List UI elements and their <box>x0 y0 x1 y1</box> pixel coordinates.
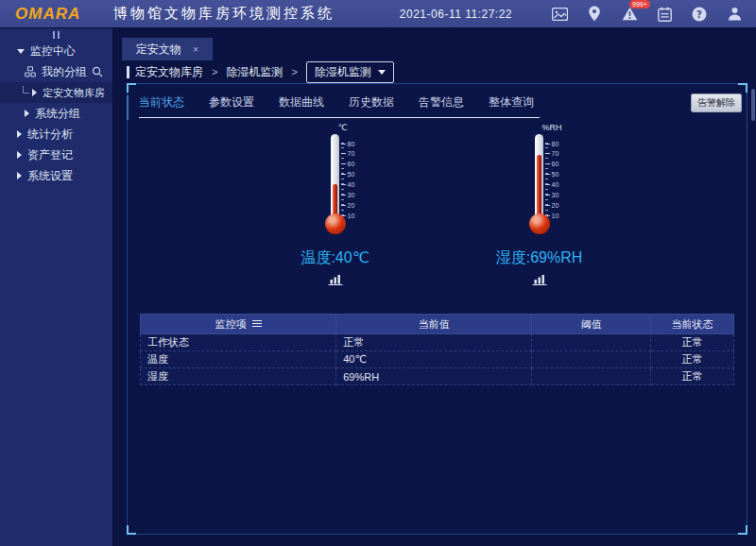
panel-corner <box>738 525 747 535</box>
scale-ticks: 8070605040302010 <box>341 134 369 221</box>
tick-label: 30 <box>341 191 355 198</box>
tick-label: 70 <box>545 150 559 158</box>
alarm-clear-button[interactable]: 告警解除 <box>691 94 742 112</box>
device-dropdown[interactable]: 除湿机监测 <box>306 61 394 83</box>
datetime-display: 2021-06-11 11:27:22 <box>400 8 512 21</box>
thermometer-tube <box>331 134 339 221</box>
panel-corner <box>738 83 747 93</box>
tab-dingan[interactable]: 定安文物 × <box>122 38 213 60</box>
cell-item: 湿度 <box>141 368 336 385</box>
tick-label: 20 <box>341 201 355 209</box>
mercury-fill <box>537 155 541 221</box>
tick-label: 30 <box>545 191 559 198</box>
tick-label: 50 <box>341 171 355 179</box>
chevron-down-icon <box>17 49 25 54</box>
cell-status: 正常 <box>651 334 734 351</box>
alarm-icon[interactable]: 999+ <box>621 6 638 23</box>
col-header-item: 监控项 <box>215 317 247 332</box>
sidebar-item-dingan-warehouse[interactable]: 定安文物库房 <box>0 82 112 103</box>
col-header-current-status: 当前状态 <box>651 315 734 334</box>
screenshot-icon[interactable] <box>551 6 568 23</box>
sidebar-item-system-groups[interactable]: 系统分组 <box>0 103 112 124</box>
cell-value: 69%RH <box>336 368 532 385</box>
tick-label: 60 <box>341 161 355 168</box>
thermometer-bulb <box>529 213 550 234</box>
humidity-reading: 湿度:69%RH <box>496 248 583 268</box>
sidebar-item-statistics[interactable]: 统计分析 <box>0 124 112 145</box>
column-menu-icon[interactable] <box>252 320 262 328</box>
breadcrumb-separator: > <box>212 66 217 77</box>
cell-threshold <box>532 351 651 368</box>
table-row: 温度 40℃ 正常 <box>141 351 734 368</box>
location-icon[interactable] <box>586 6 603 23</box>
sidebar-collapse-handle[interactable] <box>0 28 112 41</box>
cell-status: 正常 <box>651 368 734 385</box>
breadcrumb: 定安文物库房 > 除湿机监测 > 除湿机监测 <box>114 60 756 83</box>
sidebar-item-system-settings[interactable]: 系统设置 <box>0 165 112 186</box>
panel-edge-accent <box>127 95 129 120</box>
scrollbar-thumb[interactable] <box>751 89 755 121</box>
table-header-row: 监控项 当前值 阈值 当前状态 <box>141 315 734 334</box>
col-header-current-value: 当前值 <box>336 315 532 334</box>
temperature-reading: 温度:40℃ <box>301 248 369 268</box>
tree-line <box>23 86 29 94</box>
sidebar-item-asset-register[interactable]: 资产登记 <box>0 145 112 165</box>
cell-item: 工作状态 <box>141 334 336 351</box>
chevron-down-icon <box>378 70 386 75</box>
chevron-right-icon <box>17 172 22 179</box>
group-icon <box>25 66 36 77</box>
thermometer-humidity: %RH 8070605040302010 湿度:69%RH <box>459 134 620 285</box>
log-icon[interactable] <box>656 6 673 23</box>
breadcrumb-section[interactable]: 除湿机监测 <box>226 64 283 80</box>
chevron-right-icon <box>17 130 22 138</box>
scale-ticks: 8070605040302010 <box>545 134 574 221</box>
tab-history-data[interactable]: 历史数据 <box>349 94 394 111</box>
brand-logo: OMARA <box>0 5 106 24</box>
monitor-table: 监控项 当前值 阈值 当前状态 工作状态 正常 正常 温度 <box>140 314 734 385</box>
user-icon[interactable] <box>726 6 743 23</box>
tab-data-curve[interactable]: 数据曲线 <box>279 94 324 111</box>
tick-label: 80 <box>341 140 355 147</box>
tab-strip: 定安文物 × <box>114 28 756 60</box>
close-icon[interactable]: × <box>193 43 198 55</box>
sidebar-item-monitor-center[interactable]: 监控中心 <box>0 41 112 61</box>
breadcrumb-accent-bar <box>127 66 129 78</box>
tick-label: 50 <box>545 171 559 179</box>
unit-label: %RH <box>542 123 562 132</box>
header-toolbar: 2021-06-11 11:27:22 999+ ? <box>400 6 756 23</box>
panel-corner <box>127 525 136 535</box>
tab-alarm-info[interactable]: 告警信息 <box>419 94 464 111</box>
cell-threshold <box>532 368 651 385</box>
cell-item: 温度 <box>141 351 336 368</box>
thermometer-gauge: %RH 8070605040302010 <box>505 134 575 240</box>
chevron-right-icon <box>17 151 22 159</box>
search-icon[interactable] <box>92 66 103 77</box>
subtab-row: 当前状态 参数设置 数据曲线 历史数据 告警信息 整体查询 <box>128 84 747 118</box>
tab-current-status[interactable]: 当前状态 <box>139 94 184 111</box>
table-row: 工作状态 正常 正常 <box>141 334 734 351</box>
cell-threshold <box>532 334 651 351</box>
thermometer-bulb <box>325 213 346 234</box>
tick-label: 70 <box>341 150 355 158</box>
thermometer-gauge: ℃ 8070605040302010 <box>301 134 370 240</box>
tab-overall-query[interactable]: 整体查询 <box>489 94 534 111</box>
page-title: 博物馆文物库房环境测控系统 <box>113 5 335 23</box>
subtabs: 当前状态 参数设置 数据曲线 历史数据 告警信息 整体查询 <box>139 94 540 118</box>
table-row: 湿度 69%RH 正常 <box>141 368 734 385</box>
bar-chart-icon[interactable] <box>532 273 547 285</box>
thermometer-tube <box>535 134 543 221</box>
tab-parameter-settings[interactable]: 参数设置 <box>209 94 254 111</box>
sidebar-item-my-groups[interactable]: 我的分组 <box>0 61 112 82</box>
panel-corner <box>127 83 136 93</box>
alarm-count-badge: 999+ <box>629 0 650 9</box>
help-icon[interactable]: ? <box>691 6 708 23</box>
main-area: 定安文物 × 定安文物库房 > 除湿机监测 > 除湿机监测 当前状态 <box>114 28 756 546</box>
cell-value: 40℃ <box>336 351 532 368</box>
app-header: OMARA 博物馆文物库房环境测控系统 2021-06-11 11:27:22 … <box>0 0 756 28</box>
tick-label: 40 <box>545 180 559 188</box>
breadcrumb-root[interactable]: 定安文物库房 <box>135 64 203 80</box>
gauges-row: ℃ 8070605040302010 温度:40℃ %RH <box>128 134 747 285</box>
bar-chart-icon[interactable] <box>328 273 343 285</box>
svg-text:?: ? <box>696 9 702 19</box>
tick-label: 20 <box>545 201 559 209</box>
